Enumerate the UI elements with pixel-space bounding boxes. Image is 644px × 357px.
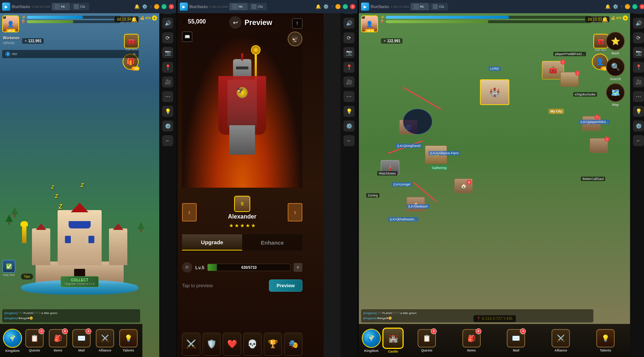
minimize-button[interactable]: — — [154, 4, 159, 9]
enhance-tab[interactable]: Enhance — [242, 234, 302, 250]
brightness-icon[interactable]: 💡 — [162, 106, 173, 117]
bs-tabs-2: Hc Cla — [229, 3, 314, 10]
prev-hero-button[interactable]: ‹ — [182, 203, 197, 221]
location-pin-icon-2[interactable]: 📍 — [343, 62, 354, 73]
location-pin-icon-3[interactable]: 📍 — [633, 62, 644, 73]
camera-icon-2[interactable]: 🎥 — [343, 76, 354, 87]
item-4[interactable]: 💀 — [243, 333, 262, 356]
alliance-button[interactable]: ⚔️ Alliance — [96, 329, 114, 352]
map-button[interactable]: 🗺️ Map — [606, 83, 625, 107]
red-arrow-1 — [403, 87, 441, 110]
info-button[interactable]: ! — [292, 18, 302, 29]
settings2-icon-2[interactable]: ⚙️ — [343, 120, 354, 131]
brightness-icon-2[interactable]: 💡 — [343, 106, 354, 117]
building-ne[interactable]: ! — [560, 72, 579, 87]
settings2-icon-3[interactable]: ⚙️ — [633, 120, 644, 131]
settings-icon-2[interactable]: ⚙️ — [323, 4, 329, 9]
mark-button[interactable]: ⭐ Mark — [606, 32, 625, 55]
alliance-button-3[interactable]: ⚔️ Alliance — [552, 329, 570, 352]
main-castle-map[interactable]: 🏰 — [480, 79, 509, 105]
kingdom-button-3[interactable]: 🌍 Kingdom — [362, 329, 381, 353]
more-icon[interactable]: ⋯ — [162, 91, 173, 102]
more-icon-3[interactable]: ⋯ — [633, 91, 644, 102]
castle-tab-button[interactable]: 🏰 Castle — [382, 328, 404, 353]
maximize-button[interactable]: □ — [161, 4, 167, 9]
rotate-icon-3[interactable]: ⟳ — [633, 32, 644, 43]
daily-task-button[interactable]: ✅ Daily Task — [2, 260, 15, 276]
share-icon-3[interactable]: ↑ — [621, 4, 623, 9]
player-avatar[interactable]: 👤 7 VIP 1 — [2, 15, 19, 32]
bs-tab-home-3[interactable]: Hc — [411, 3, 429, 10]
items-button-3[interactable]: 🎒 8 Items — [462, 329, 481, 352]
camera-icon-3[interactable]: 🎥 — [633, 76, 644, 87]
screenshot-icon[interactable]: 📷 — [162, 47, 173, 58]
collect-banner[interactable]: COLLECT Upgrade Castle to Lv 6 — [61, 276, 99, 287]
back-button[interactable]: ↩ — [229, 16, 241, 29]
settings-icon[interactable]: ⚙️ — [142, 4, 148, 9]
settings2-icon[interactable]: ⚙️ — [162, 120, 173, 131]
minimize-button-3[interactable]: — — [625, 4, 630, 9]
close-button-2[interactable]: ✕ — [350, 4, 355, 9]
castle-structure[interactable] — [28, 181, 131, 284]
share-icon[interactable]: ↑ — [150, 4, 152, 9]
bell-icon-3[interactable]: 🔔 — [605, 4, 611, 9]
upgrade-tab[interactable]: Upgrade — [182, 234, 242, 250]
rotate-icon-2[interactable]: ⟳ — [343, 32, 354, 43]
quests-button-3[interactable]: 📋 2 Quests — [418, 329, 436, 352]
close-notice-button[interactable]: ✕ — [133, 52, 136, 56]
location-pin-icon[interactable]: 📍 — [162, 62, 173, 73]
bs-tab-game-2[interactable]: Cla — [248, 3, 267, 10]
bs-tab-home-2[interactable]: Hc — [229, 3, 248, 10]
more-icon-2[interactable]: ⋯ — [343, 91, 354, 102]
talents-button-3[interactable]: 💡 Talents — [596, 329, 615, 352]
item-2[interactable]: 🛡️ — [203, 333, 221, 356]
kingdom-button[interactable]: 🌍 Kingdom — [3, 329, 22, 353]
items-button[interactable]: 🎒 8 Items — [49, 329, 67, 352]
map-background[interactable]: 🧰 ! 🏰 🏛️ 🌾 🗼 🏠 5 🏘️ ! ! ! — [359, 13, 630, 357]
next-hero-button[interactable]: › — [288, 203, 302, 221]
maximize-button-3[interactable]: □ — [632, 4, 637, 9]
close-button-3[interactable]: ✕ — [640, 4, 644, 9]
back-arrow-icon[interactable]: ← — [162, 135, 173, 146]
bs-tab-game[interactable]: Cla — [71, 3, 89, 10]
close-button[interactable]: ✕ — [169, 4, 174, 9]
level-plus-button[interactable]: + — [294, 263, 302, 272]
rotate-icon[interactable]: ⟳ — [162, 32, 173, 43]
screenshot-icon-3[interactable]: 📷 — [633, 47, 644, 58]
maximize-button-2[interactable]: □ — [343, 4, 348, 9]
bell-icon[interactable]: 🔔 — [134, 4, 140, 9]
back-arrow-icon-3[interactable]: ← — [633, 135, 644, 146]
minimize-button-2[interactable]: — — [335, 4, 341, 9]
settings-icon-3[interactable]: ⚙️ — [613, 4, 618, 9]
share-icon-2[interactable]: ↑ — [331, 4, 333, 9]
mail-button-3[interactable]: ✉️ 4 Mail — [507, 329, 525, 352]
preview-button[interactable]: Preview — [269, 280, 302, 292]
camera-icon[interactable]: 🎥 — [162, 76, 173, 87]
item-3[interactable]: ❤️ — [223, 333, 241, 356]
volume-icon-3[interactable]: 🔊 — [633, 18, 644, 29]
bell-icon[interactable]: 🔔 — [131, 17, 137, 22]
add-gold-button[interactable]: + — [152, 15, 157, 21]
volume-icon[interactable]: 🔊 — [162, 18, 173, 29]
bs-tab-home[interactable]: Hc — [52, 3, 70, 10]
safe-box[interactable]: 🧰 Safe Box — [124, 34, 139, 52]
screenshot-icon-2[interactable]: 📷 — [343, 47, 354, 58]
bs-tab-game-3[interactable]: Cla — [430, 3, 448, 10]
item-1[interactable]: ⚔️ — [182, 333, 200, 356]
item-6[interactable]: 🎭 — [284, 333, 302, 356]
tips-button[interactable]: Tips — [21, 273, 33, 280]
brightness-icon-3[interactable]: 💡 — [633, 106, 644, 117]
building-right[interactable]: 🏠 5 — [454, 178, 473, 193]
talents-button[interactable]: 💡 Talents — [119, 329, 138, 352]
mail-button[interactable]: ✉️ 4 Mail — [72, 329, 91, 352]
player-avatar-3[interactable]: 👤 7 VIP 1 — [361, 15, 378, 32]
search-button[interactable]: 🔍 Search — [606, 57, 625, 81]
book-button[interactable]: 📖 — [182, 32, 192, 42]
bell-icon-2[interactable]: 🔔 — [316, 4, 321, 9]
emblem-circle: 🦅 — [288, 32, 302, 46]
hero-area[interactable]: 🦅 — [182, 33, 302, 188]
back-arrow-icon-2[interactable]: ← — [343, 135, 354, 146]
volume-icon-2[interactable]: 🔊 — [343, 18, 354, 29]
quests-button[interactable]: 📋 2 Quests — [25, 329, 44, 352]
item-5[interactable]: 🏆 — [264, 333, 282, 356]
